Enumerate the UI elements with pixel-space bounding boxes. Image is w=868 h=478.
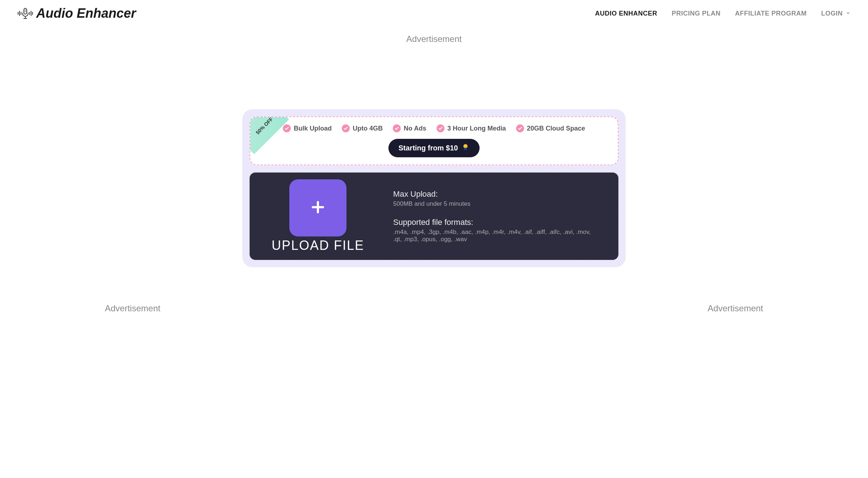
check-icon (516, 124, 524, 132)
nav-login[interactable]: LOGIN (821, 10, 851, 17)
max-upload-detail: 500MB and under 5 minutes (393, 200, 596, 208)
nav-affiliate-program[interactable]: AFFILIATE PROGRAM (735, 10, 807, 17)
promo-box: 50% OFF Bulk Upload Upto 4GB No Ads (250, 116, 618, 165)
feature-label: Upto 4GB (353, 125, 383, 132)
feature-no-ads: No Ads (393, 124, 426, 132)
main-nav: AUDIO ENHANCER PRICING PLAN AFFILIATE PR… (595, 10, 851, 17)
svg-point-12 (464, 144, 468, 148)
bottom-ads: Advertisement Advertisement (0, 267, 868, 328)
check-icon (342, 124, 350, 132)
upload-info: Max Upload: 500MB and under 5 minutes Su… (393, 189, 596, 243)
logo[interactable]: Audio Enhancer (17, 6, 136, 21)
nav-label: PRICING PLAN (672, 10, 720, 17)
formats-title: Supported file formats: (393, 218, 596, 227)
feature-label: No Ads (404, 125, 426, 132)
upload-label: UPLOAD FILE (272, 238, 364, 253)
plus-icon (309, 199, 327, 217)
feature-3-hour-media: 3 Hour Long Media (437, 124, 506, 132)
price-button[interactable]: Starting from $10 (388, 139, 480, 157)
feature-upto-4gb: Upto 4GB (342, 124, 383, 132)
max-upload-title: Max Upload: (393, 189, 596, 199)
upload-left: UPLOAD FILE (272, 179, 364, 253)
feature-label: Bulk Upload (294, 125, 332, 132)
check-icon (393, 124, 401, 132)
feature-cloud-space: 20GB Cloud Space (516, 124, 585, 132)
ribbon-badge-icon (461, 143, 469, 153)
advertisement-bottom-right: Advertisement (708, 303, 763, 313)
nav-pricing-plan[interactable]: PRICING PLAN (672, 10, 720, 17)
upload-file-button[interactable] (289, 179, 346, 236)
svg-rect-0 (24, 8, 27, 14)
nav-label: AUDIO ENHANCER (595, 10, 657, 17)
formats-detail: .m4a, .mp4, .3gp, .m4b, .aac, .m4p, .m4r… (393, 229, 596, 243)
price-button-label: Starting from $10 (399, 144, 458, 152)
header: Audio Enhancer AUDIO ENHANCER PRICING PL… (0, 0, 868, 27)
microphone-icon (17, 6, 33, 21)
chevron-down-icon (846, 10, 851, 17)
nav-label: AFFILIATE PROGRAM (735, 10, 807, 17)
advertisement-bottom-left: Advertisement (105, 303, 160, 313)
feature-label: 3 Hour Long Media (447, 125, 506, 132)
main-panel: 50% OFF Bulk Upload Upto 4GB No Ads (242, 109, 626, 267)
check-icon (437, 124, 444, 132)
feature-bulk-upload: Bulk Upload (283, 124, 332, 132)
logo-text: Audio Enhancer (36, 6, 136, 21)
check-icon (283, 124, 291, 132)
features-row: Bulk Upload Upto 4GB No Ads 3 Hour Long … (265, 124, 603, 132)
upload-box: UPLOAD FILE Max Upload: 500MB and under … (250, 172, 618, 260)
nav-label: LOGIN (821, 10, 843, 17)
nav-audio-enhancer[interactable]: AUDIO ENHANCER (595, 10, 657, 17)
advertisement-top: Advertisement (0, 34, 868, 44)
feature-label: 20GB Cloud Space (527, 125, 585, 132)
